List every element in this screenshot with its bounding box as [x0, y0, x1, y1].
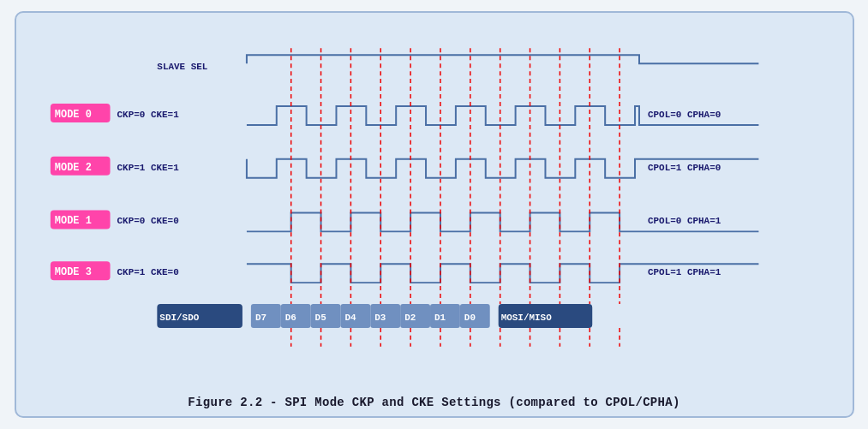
d2-label: D2 [404, 313, 416, 323]
d3-label: D3 [374, 313, 386, 323]
d6-label: D6 [284, 313, 296, 323]
diagram-container: .mono { font-family: 'Courier New', Cour… [15, 11, 854, 418]
mode2-right-label: CPOL=1 CPHA=0 [647, 163, 720, 173]
mode1-ck-label: CKP=0 CKE=0 [117, 216, 178, 226]
slave-sel-wave [246, 55, 758, 63]
mode2-ck-label: CKP=1 CKE=1 [117, 163, 179, 173]
figure-caption: Figure 2.2 - SPI Mode CKP and CKE Settin… [188, 396, 679, 409]
diagram-area: .mono { font-family: 'Courier New', Cour… [25, 21, 844, 390]
mode0-right-label: CPOL=0 CPHA=0 [647, 110, 720, 120]
d4-label: D4 [344, 313, 356, 323]
mosi-miso-label: MOSI/MISO [500, 313, 552, 323]
mode1-right-label: CPOL=0 CPHA=1 [647, 216, 721, 226]
diagram-svg: .mono { font-family: 'Courier New', Cour… [25, 21, 844, 390]
slave-sel-label: SLAVE SEL [157, 62, 207, 72]
d7-label: D7 [254, 313, 266, 323]
d0-label: D0 [464, 313, 475, 323]
mode2-label: MODE 2 [54, 162, 91, 174]
mode3-ck-label: CKP=1 CKE=0 [117, 267, 178, 277]
mode0-label: MODE 0 [54, 109, 91, 121]
d5-label: D5 [314, 313, 326, 323]
mode3-label: MODE 3 [54, 266, 91, 278]
sdi-sdo-label: SDI/SDO [159, 313, 199, 323]
mode1-label: MODE 1 [54, 215, 91, 227]
d1-label: D1 [434, 313, 446, 323]
mode3-right-label: CPOL=1 CPHA=1 [647, 267, 721, 277]
mode0-ck-label: CKP=0 CKE=1 [117, 110, 179, 120]
